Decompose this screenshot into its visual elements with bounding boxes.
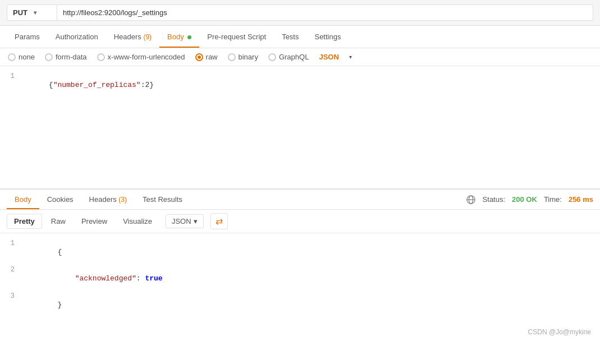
- time-label: Time:: [544, 195, 562, 204]
- tab-settings[interactable]: Settings: [306, 26, 349, 48]
- method-value: PUT: [13, 8, 30, 17]
- request-body-editor[interactable]: 1 {"number_of_replicas":2}: [0, 66, 600, 190]
- response-line-2: 2 "acknowledged": true: [0, 265, 600, 292]
- radio-raw-circle: [195, 53, 203, 61]
- url-bar: PUT ▾: [0, 0, 600, 26]
- radio-raw-label: raw: [206, 53, 218, 61]
- tab-params[interactable]: Params: [7, 26, 48, 48]
- resp-line-content-3: }: [22, 292, 600, 317]
- method-select[interactable]: PUT ▾: [7, 4, 57, 21]
- status-area: Status: 200 OK Time: 256 ms: [466, 195, 593, 205]
- tab-pre-request-script[interactable]: Pre-request Script: [199, 26, 274, 48]
- radio-urlencoded-label: x-www-form-urlencoded: [108, 53, 185, 61]
- resp-line-num-3: 3: [0, 292, 22, 300]
- tab-body[interactable]: Body: [159, 26, 199, 48]
- radio-graphql-circle: [268, 53, 276, 61]
- tab-headers[interactable]: Headers (9): [106, 26, 159, 48]
- response-tabs: Body Cookies Headers (3) Test Results St…: [0, 190, 600, 210]
- format-json-dropdown[interactable]: JSON ▾: [166, 214, 204, 228]
- response-headers-badge: (3): [118, 196, 127, 204]
- tab-authorization[interactable]: Authorization: [48, 26, 106, 48]
- format-visualize[interactable]: Visualize: [116, 214, 159, 228]
- response-tab-cookies[interactable]: Cookies: [39, 190, 81, 209]
- watermark: CSDN @Jo@mykine: [0, 324, 600, 340]
- json-type-arrow[interactable]: ▾: [349, 54, 352, 60]
- line-number-1: 1: [0, 72, 22, 80]
- tab-tests[interactable]: Tests: [274, 26, 306, 48]
- resp-line-num-1: 1: [0, 239, 22, 247]
- radio-urlencoded[interactable]: x-www-form-urlencoded: [97, 53, 185, 61]
- radio-none-circle: [8, 53, 16, 61]
- radio-raw[interactable]: raw: [195, 53, 218, 61]
- response-body: 1 { 2 "acknowledged": true 3 }: [0, 233, 600, 324]
- radio-binary[interactable]: binary: [228, 53, 258, 61]
- response-tab-headers[interactable]: Headers (3): [81, 190, 135, 209]
- radio-form-data-circle: [45, 53, 53, 61]
- response-format-bar: Pretty Raw Preview Visualize JSON ▾ ⇄: [0, 210, 600, 233]
- resp-line-content-2: "acknowledged": true: [22, 266, 600, 291]
- status-code: 200 OK: [512, 195, 537, 204]
- radio-binary-label: binary: [239, 53, 258, 61]
- response-tab-body[interactable]: Body: [7, 190, 39, 209]
- radio-form-data-label: form-data: [56, 53, 87, 61]
- body-type-bar: none form-data x-www-form-urlencoded raw…: [0, 48, 600, 66]
- body-dot: [187, 35, 191, 39]
- url-input[interactable]: [57, 4, 593, 21]
- radio-form-data[interactable]: form-data: [45, 53, 87, 61]
- radio-none-label: none: [19, 53, 35, 61]
- request-line-1: 1 {"number_of_replicas":2}: [0, 72, 600, 98]
- radio-none[interactable]: none: [8, 53, 35, 61]
- wrap-icon[interactable]: ⇄: [210, 213, 228, 229]
- format-json-label: JSON: [172, 217, 191, 225]
- response-line-1: 1 {: [0, 239, 600, 265]
- radio-urlencoded-circle: [97, 53, 105, 61]
- format-pretty[interactable]: Pretty: [7, 214, 42, 229]
- radio-graphql[interactable]: GraphQL: [268, 53, 309, 61]
- format-raw[interactable]: Raw: [44, 214, 72, 228]
- headers-badge: (9): [143, 33, 152, 41]
- format-dropdown-arrow: ▾: [194, 217, 198, 225]
- resp-line-num-2: 2: [0, 266, 22, 274]
- status-time: 256 ms: [569, 195, 593, 204]
- radio-binary-circle: [228, 53, 236, 61]
- method-arrow: ▾: [34, 10, 51, 16]
- response-line-3: 3 }: [0, 292, 600, 318]
- status-label: Status:: [483, 195, 505, 204]
- response-section: Body Cookies Headers (3) Test Results St…: [0, 190, 600, 340]
- request-tabs: Params Authorization Headers (9) Body Pr…: [0, 26, 600, 48]
- radio-graphql-label: GraphQL: [279, 53, 309, 61]
- resp-line-content-1: {: [22, 239, 600, 265]
- globe-icon: [466, 195, 476, 205]
- response-tab-test-results[interactable]: Test Results: [135, 190, 190, 209]
- format-preview[interactable]: Preview: [75, 214, 114, 228]
- json-type-label[interactable]: JSON: [319, 53, 338, 61]
- line-content-1: {"number_of_replicas":2}: [22, 72, 600, 98]
